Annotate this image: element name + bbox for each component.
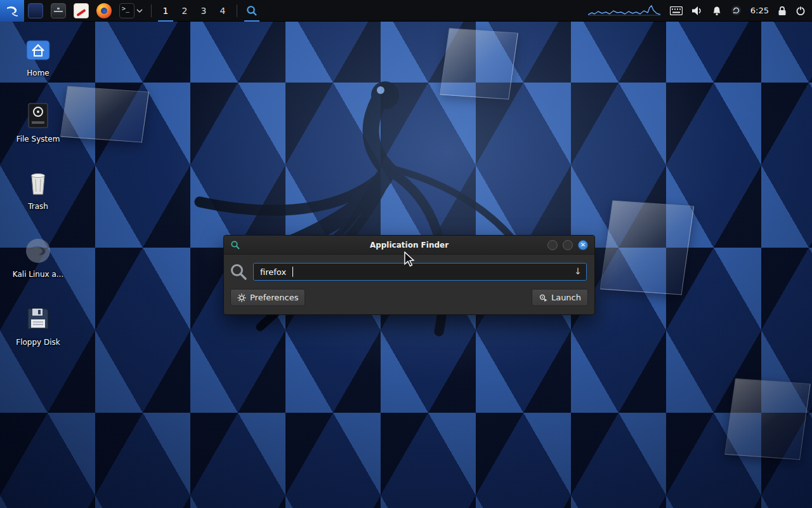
panel-separator <box>237 4 237 17</box>
workspace-3[interactable]: 3 <box>194 0 213 22</box>
search-input[interactable] <box>253 263 587 281</box>
window-title: Application Finder <box>224 241 594 250</box>
window-icon <box>28 3 43 18</box>
chevron-down-icon <box>136 8 143 13</box>
application-finder-window: Application Finder ✕ ↓ <box>223 235 595 315</box>
update-status-icon[interactable] <box>731 5 742 16</box>
preferences-button[interactable]: Preferences <box>230 289 305 306</box>
launcher-file-manager[interactable] <box>47 0 70 22</box>
file-cabinet-icon <box>51 3 66 18</box>
app-finder-panel-button[interactable] <box>242 0 262 22</box>
kali-logo-icon <box>5 4 19 18</box>
terminal-icon: >_ <box>119 3 134 18</box>
kali-menu-button[interactable] <box>0 0 24 22</box>
window-app-icon <box>230 240 240 250</box>
desktop-icon-kali-docs[interactable]: Kali Linux a... <box>9 237 67 279</box>
minimize-button[interactable] <box>547 240 558 250</box>
search-icon <box>229 262 248 281</box>
lock-icon[interactable] <box>778 6 787 16</box>
panel-clock[interactable]: 6:25 <box>750 6 769 15</box>
maximize-button[interactable] <box>563 240 573 250</box>
monitor-graph <box>588 4 661 17</box>
panel-tray: 6:25 <box>588 4 812 17</box>
workspace-1[interactable]: 1 <box>156 0 175 22</box>
desktop-icon-trash[interactable]: Trash <box>9 169 67 211</box>
glass-cube <box>600 200 694 295</box>
glass-cube <box>724 378 811 460</box>
gear-icon <box>237 293 246 302</box>
launch-label: Launch <box>551 293 581 302</box>
top-panel: >_ 1 2 3 4 <box>0 0 812 22</box>
desktop-icon-floppy[interactable]: Floppy Disk <box>9 305 67 347</box>
desktop: >_ 1 2 3 4 <box>0 0 812 508</box>
workspace-4[interactable]: 4 <box>213 0 232 22</box>
desktop-icon-home[interactable]: Home <box>9 36 67 77</box>
launcher-firefox[interactable] <box>93 0 115 22</box>
text-caret <box>292 267 293 277</box>
search-icon <box>246 4 258 17</box>
home-icon <box>24 36 52 64</box>
kali-faded-icon <box>24 237 52 265</box>
notifications-bell-icon[interactable] <box>712 6 722 16</box>
launcher-terminal[interactable]: >_ <box>115 0 147 22</box>
trash-icon <box>24 169 52 197</box>
glass-cube <box>60 86 149 142</box>
launcher-text-editor[interactable] <box>70 0 93 22</box>
workspace-2[interactable]: 2 <box>175 0 194 22</box>
text-editor-icon <box>74 3 89 18</box>
titlebar[interactable]: Application Finder ✕ <box>224 236 594 255</box>
hard-disk-icon <box>24 102 52 130</box>
desktop-icon-file-system[interactable]: File System <box>9 102 67 144</box>
run-icon <box>539 293 547 302</box>
launch-button[interactable]: Launch <box>532 289 588 306</box>
keyboard-icon[interactable] <box>670 6 683 15</box>
firefox-icon <box>96 3 112 18</box>
preferences-label: Preferences <box>250 293 298 302</box>
close-button[interactable]: ✕ <box>578 240 588 250</box>
floppy-disk-icon <box>24 305 52 333</box>
volume-icon[interactable] <box>691 6 703 16</box>
power-logout-icon[interactable] <box>796 6 806 16</box>
launcher-window-manager[interactable] <box>24 0 47 22</box>
panel-separator <box>151 4 152 17</box>
